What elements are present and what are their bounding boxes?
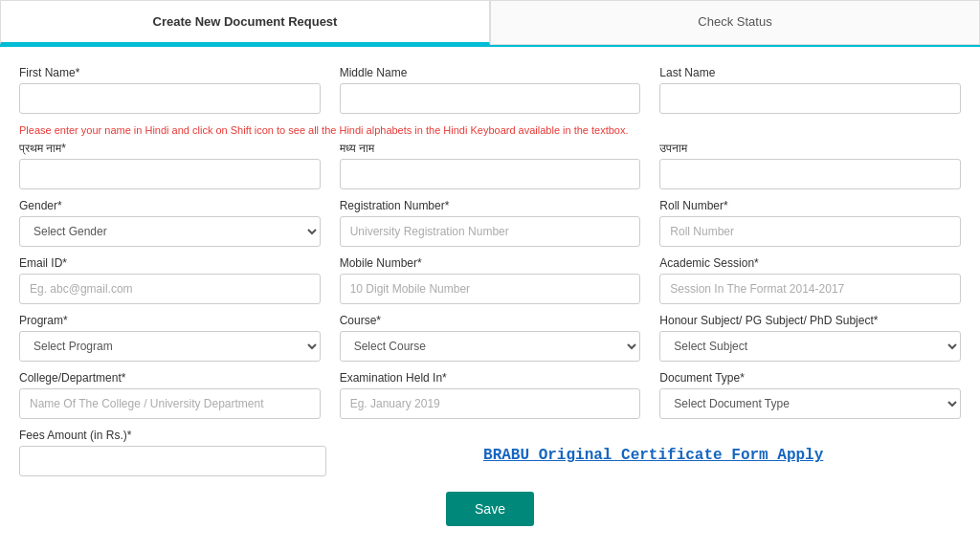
top-tabs: Create New Document Request Check Status [0, 0, 980, 47]
roll-number-label: Roll Number* [659, 199, 961, 212]
tab-create-label: Create New Document Request [153, 14, 338, 29]
middle-name-hindi-field: मध्य नाम [340, 142, 641, 189]
fees-section: Fees Amount (in Rs.)* 0 [19, 429, 326, 476]
middle-name-label: Middle Name [340, 66, 641, 79]
mobile-field: Mobile Number* [340, 256, 641, 304]
subject-label: Honour Subject/ PG Subject/ PhD Subject* [659, 314, 961, 327]
first-name-hindi-label: प्रथम नाम* [19, 142, 321, 155]
gender-select[interactable]: Select Gender Male Female Other [19, 216, 321, 247]
exam-held-input[interactable] [340, 388, 641, 419]
reg-number-field: Registration Number* [340, 199, 641, 247]
academic-session-input[interactable] [659, 274, 961, 304]
course-field: Course* Select Course [340, 314, 641, 362]
save-section: Save [19, 492, 961, 526]
first-name-field: First Name* [19, 66, 321, 114]
doc-type-field: Document Type* Select Document Type [659, 371, 961, 419]
last-name-input[interactable] [659, 83, 961, 114]
email-field: Email ID* [19, 256, 321, 304]
subject-field: Honour Subject/ PG Subject/ PhD Subject*… [659, 314, 961, 362]
course-select[interactable]: Select Course [340, 331, 641, 362]
subject-select[interactable]: Select Subject [659, 331, 961, 362]
tab-check-status[interactable]: Check Status [490, 0, 980, 45]
brabu-area: BRABU Original Certificate Form Apply [345, 429, 961, 476]
brabu-link[interactable]: BRABU Original Certificate Form Apply [483, 447, 823, 464]
program-field: Program* Select Program [19, 314, 321, 362]
roll-number-input[interactable] [659, 216, 961, 247]
tab-check-status-label: Check Status [698, 14, 771, 29]
tab-create[interactable]: Create New Document Request [0, 0, 490, 45]
exam-held-field: Examination Held In* [340, 371, 641, 419]
roll-number-field: Roll Number* [659, 199, 961, 247]
last-name-hindi-label: उपनाम [659, 142, 961, 155]
first-name-hindi-field: प्रथम नाम* [19, 142, 321, 189]
last-name-hindi-field: उपनाम [659, 142, 961, 189]
hindi-hint: Please enter your name in Hindi and clic… [19, 123, 961, 138]
academic-session-field: Academic Session* [659, 256, 961, 304]
middle-name-field: Middle Name [340, 66, 641, 114]
doc-type-label: Document Type* [659, 371, 961, 385]
doc-type-select[interactable]: Select Document Type [659, 388, 961, 419]
hindi-name-row: प्रथम नाम* मध्य नाम उपनाम [19, 142, 961, 189]
first-name-hindi-input[interactable] [19, 159, 321, 189]
gender-label: Gender* [19, 199, 321, 212]
college-label: College/Department* [19, 371, 321, 385]
college-field: College/Department* [19, 371, 321, 419]
academic-session-label: Academic Session* [659, 256, 961, 270]
form-container: First Name* Middle Name Last Name Please… [0, 47, 980, 545]
email-input[interactable] [19, 274, 321, 304]
middle-name-input[interactable] [340, 83, 641, 114]
program-label: Program* [19, 314, 321, 327]
email-mobile-row: Email ID* Mobile Number* Academic Sessio… [19, 256, 961, 304]
course-label: Course* [340, 314, 641, 327]
mobile-label: Mobile Number* [340, 256, 641, 270]
name-row: First Name* Middle Name Last Name [19, 66, 961, 114]
middle-name-hindi-input[interactable] [340, 159, 641, 189]
last-name-label: Last Name [659, 66, 961, 79]
save-button[interactable]: Save [446, 492, 534, 526]
program-course-row: Program* Select Program Course* Select C… [19, 314, 961, 362]
mobile-input[interactable] [340, 274, 641, 304]
fees-field: Fees Amount (in Rs.)* 0 [19, 429, 326, 476]
first-name-input[interactable] [19, 83, 321, 114]
college-input[interactable] [19, 388, 321, 419]
fees-label: Fees Amount (in Rs.)* [19, 429, 326, 442]
bottom-section: Fees Amount (in Rs.)* 0 BRABU Original C… [19, 429, 961, 476]
exam-held-label: Examination Held In* [340, 371, 641, 385]
reg-number-label: Registration Number* [340, 199, 641, 212]
college-exam-row: College/Department* Examination Held In*… [19, 371, 961, 419]
reg-number-input[interactable] [340, 216, 641, 247]
middle-name-hindi-label: मध्य नाम [340, 142, 641, 155]
gender-field: Gender* Select Gender Male Female Other [19, 199, 321, 247]
email-label: Email ID* [19, 256, 321, 270]
program-select[interactable]: Select Program [19, 331, 321, 362]
first-name-label: First Name* [19, 66, 321, 79]
fees-input[interactable]: 0 [19, 446, 326, 476]
last-name-field: Last Name [659, 66, 961, 114]
last-name-hindi-input[interactable] [659, 159, 961, 189]
gender-reg-row: Gender* Select Gender Male Female Other … [19, 199, 961, 247]
